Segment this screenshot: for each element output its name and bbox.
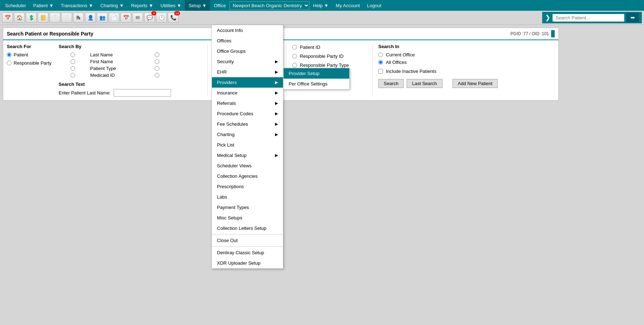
- radio-col2-1[interactable]: [143, 52, 171, 57]
- clock-icon[interactable]: 🕐: [156, 13, 167, 23]
- patient-chevron-icon[interactable]: ❯: [545, 14, 550, 22]
- menu-security[interactable]: Security▶: [212, 56, 283, 67]
- app-container: Scheduler Patient ▼ Transactions ▼ Chart…: [0, 0, 644, 325]
- nav-transactions[interactable]: Transactions ▼: [57, 0, 97, 11]
- radio-patient-id[interactable]: [292, 45, 297, 50]
- nav-charting[interactable]: Charting ▼: [97, 0, 128, 11]
- search-in-section: Search In Current Office All Offices Inc…: [373, 44, 503, 97]
- setup-menu: Account Info Offices Office Groups Secur…: [212, 25, 283, 269]
- last-search-button[interactable]: Last Search: [407, 79, 442, 88]
- prescription-icon[interactable]: 📄: [109, 13, 119, 23]
- rx-icon[interactable]: ℞: [73, 13, 84, 23]
- rp-type-label: Responsible Party Type: [300, 62, 349, 68]
- radio-patient[interactable]: Patient: [7, 52, 52, 57]
- office-select[interactable]: Newport Beach Organic Dentistry: [229, 1, 309, 10]
- calendar-icon[interactable]: 📅: [120, 13, 131, 23]
- top-nav: Scheduler Patient ▼ Transactions ▼ Chart…: [0, 0, 644, 11]
- radio-responsible-party[interactable]: Responsible Party: [7, 60, 52, 66]
- menu-sep-2: [212, 246, 283, 247]
- search-by-section: Search By Last Name First Name Patient T…: [59, 44, 171, 97]
- pgid-indicator: [551, 30, 555, 37]
- providers-submenu: Provider Setup Per Office Settings: [283, 68, 350, 89]
- last-name-label: Last Name: [90, 52, 139, 57]
- search-text-label: Search Text: [59, 82, 171, 87]
- all-offices-label: All Offices: [386, 60, 407, 65]
- menu-misc-setups[interactable]: Misc Setups: [212, 213, 283, 223]
- patient-search-go[interactable]: ➡: [626, 13, 639, 22]
- home-icon[interactable]: 🏠: [14, 13, 25, 23]
- search-for-section: Search For Patient Responsible Party: [7, 44, 52, 97]
- radio-current-office[interactable]: [378, 52, 383, 57]
- tooth-icon[interactable]: 🦷: [49, 13, 60, 23]
- radio-first-name[interactable]: [59, 59, 87, 64]
- include-inactive-label: Include Inactive Patients: [386, 69, 436, 74]
- content-area: Search Patient or Responsible Party PGID…: [0, 25, 644, 325]
- radio-medicaid-id[interactable]: [59, 73, 87, 78]
- search-text-prompt: Enter Patient Last Name:: [59, 90, 111, 96]
- menu-providers[interactable]: Providers▶: [212, 77, 283, 88]
- menu-payment-types[interactable]: Payment Types: [212, 202, 283, 213]
- radio-last-name[interactable]: [59, 52, 87, 57]
- people-icon[interactable]: 👥: [97, 13, 108, 23]
- menu-pick-list[interactable]: Pick List: [212, 140, 283, 150]
- nav-reports[interactable]: Reports ▼: [128, 0, 157, 11]
- menu-charting[interactable]: Charting▶: [212, 129, 283, 140]
- person-icon[interactable]: 👤: [85, 13, 96, 23]
- current-office-label: Current Office: [386, 52, 415, 57]
- first-name-label: First Name: [90, 59, 139, 64]
- menu-collection-agencies[interactable]: Collection Agencies: [212, 171, 283, 181]
- patient-search-input[interactable]: [553, 14, 624, 22]
- radio-col2-4[interactable]: [143, 73, 171, 78]
- radio-rp-type[interactable]: [292, 63, 297, 68]
- pgid-display: PGID :77 / OID :101: [511, 31, 549, 36]
- nav-my-account[interactable]: My Account: [332, 0, 363, 11]
- nav-logout[interactable]: Logout: [364, 0, 385, 11]
- menu-dentiray-classic[interactable]: Dentiray Classic Setup: [212, 247, 283, 258]
- nav-setup[interactable]: Setup ▼: [185, 0, 210, 11]
- menu-scheduler-views[interactable]: Scheduler Views: [212, 161, 283, 171]
- nav-help[interactable]: Help ▼: [309, 0, 332, 11]
- nav-office-label: Office: [210, 0, 229, 11]
- menu-sep-1: [212, 234, 283, 235]
- ledger-icon[interactable]: 📒: [38, 13, 48, 23]
- menu-insurance[interactable]: Insurance▶: [212, 88, 283, 98]
- rp-id-label: Responsible Party ID: [300, 54, 344, 59]
- add-new-patient-button[interactable]: Add New Patient: [453, 79, 498, 88]
- radio-col2-3[interactable]: [143, 66, 171, 71]
- mail-icon[interactable]: ✉: [132, 13, 143, 23]
- include-inactive-checkbox[interactable]: [378, 69, 383, 74]
- search-text-input[interactable]: [114, 89, 171, 97]
- menu-offices[interactable]: Offices: [212, 36, 283, 46]
- menu-account-info[interactable]: Account Info: [212, 25, 283, 36]
- menu-ehr[interactable]: EHR▶: [212, 67, 283, 77]
- tooth2-icon[interactable]: 🦷: [61, 13, 72, 23]
- radio-col2-2[interactable]: [143, 59, 171, 64]
- radio-rp-id[interactable]: [292, 54, 297, 59]
- menu-procedure-codes[interactable]: Procedure Codes▶: [212, 108, 283, 119]
- menu-labs[interactable]: Labs: [212, 192, 283, 202]
- menu-collection-letters[interactable]: Collection Letters Setup: [212, 223, 283, 233]
- search-button[interactable]: Search: [378, 79, 404, 88]
- menu-medical-setup[interactable]: Medical Setup▶: [212, 150, 283, 161]
- patient-type-label: Patient Type: [90, 66, 139, 71]
- medicaid-id-label: Medicaid ID: [90, 73, 139, 78]
- nav-utilities[interactable]: Utilities ▼: [157, 0, 185, 11]
- dollar-icon[interactable]: 💲: [26, 13, 37, 23]
- nav-patient[interactable]: Patient ▼: [30, 0, 57, 11]
- page-title: Search Patient or Responsible Party: [7, 31, 93, 37]
- submenu-per-office-settings[interactable]: Per Office Settings: [284, 79, 349, 89]
- nav-scheduler[interactable]: Scheduler: [1, 0, 30, 11]
- radio-all-offices[interactable]: [378, 60, 383, 65]
- search-for-label: Search For: [7, 44, 52, 49]
- menu-xdr-uploader[interactable]: XDR Uploader Setup: [212, 258, 283, 268]
- menu-office-groups[interactable]: Office Groups: [212, 46, 283, 56]
- scheduler-icon[interactable]: 📅: [2, 13, 13, 23]
- menu-fee-schedules[interactable]: Fee Schedules▶: [212, 119, 283, 129]
- action-buttons: Search Last Search Add New Patient: [378, 79, 498, 88]
- radio-patient-type[interactable]: [59, 66, 87, 71]
- menu-close-out[interactable]: Close Out: [212, 235, 283, 246]
- menu-referrals[interactable]: Referrals▶: [212, 98, 283, 108]
- menu-prescriptions[interactable]: Prescriptions: [212, 181, 283, 192]
- search-in-label: Search In: [378, 44, 498, 49]
- submenu-provider-setup[interactable]: Provider Setup: [284, 68, 349, 79]
